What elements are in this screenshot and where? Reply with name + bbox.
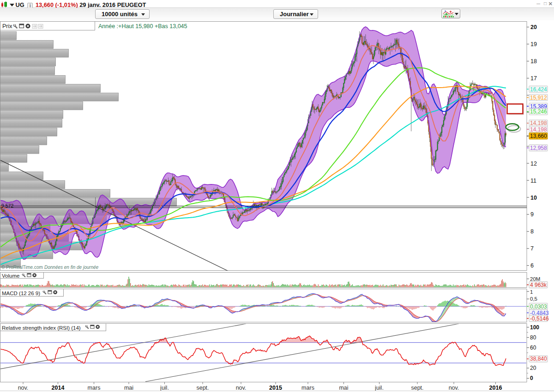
svg-text:nov.: nov. xyxy=(236,385,247,391)
svg-text:0,5: 0,5 xyxy=(530,296,537,302)
svg-text:mars: mars xyxy=(301,385,314,391)
svg-text:0,0303: 0,0303 xyxy=(530,303,547,310)
svg-text:Relative strength index (RSI): Relative strength index (RSI) (14) xyxy=(2,325,81,331)
svg-text:-0,5146: -0,5146 xyxy=(530,315,549,322)
svg-text:80: 80 xyxy=(530,334,536,341)
svg-text:60: 60 xyxy=(530,344,536,351)
svg-text:12,958: 12,958 xyxy=(530,145,547,151)
svg-text:mai: mai xyxy=(124,385,133,391)
svg-text:MACD (12 26 9): MACD (12 26 9) xyxy=(2,291,40,296)
svg-text:100: 100 xyxy=(530,324,539,331)
svg-text:17: 17 xyxy=(530,75,537,82)
svg-text:10: 10 xyxy=(530,195,537,201)
svg-text:1: 1 xyxy=(530,289,533,295)
svg-text:16,424: 16,424 xyxy=(530,86,547,93)
svg-text:13,660: 13,660 xyxy=(530,133,547,139)
svg-text:14,198: 14,198 xyxy=(530,126,547,133)
svg-text:20M: 20M xyxy=(530,276,540,282)
svg-text:nov.: nov. xyxy=(18,385,29,391)
svg-text:Données en fin de journée: Données en fin de journée xyxy=(44,265,99,270)
svg-text:mars: mars xyxy=(88,385,101,391)
svg-text:2015: 2015 xyxy=(269,385,282,391)
svg-text:2014: 2014 xyxy=(52,385,65,391)
svg-text:mai: mai xyxy=(339,385,348,391)
svg-text:9: 9 xyxy=(530,211,534,218)
svg-text:Année :+Haut 15,980 +Bas 13,04: Année :+Haut 15,980 +Bas 13,045 xyxy=(98,23,187,30)
svg-text:14,198: 14,198 xyxy=(530,120,547,126)
svg-text:© ProRealTime.com: © ProRealTime.com xyxy=(1,265,43,270)
svg-text:20: 20 xyxy=(530,24,537,30)
svg-text:juil.: juil. xyxy=(374,385,384,391)
svg-text:15,912: 15,912 xyxy=(530,95,547,101)
svg-text:Volume: Volume xyxy=(2,273,19,279)
svg-text:sept.: sept. xyxy=(411,385,423,391)
svg-text:7: 7 xyxy=(530,245,534,252)
svg-text:8: 8 xyxy=(530,228,534,235)
svg-text:Prix: Prix xyxy=(2,23,12,30)
svg-text:0: 0 xyxy=(530,375,533,381)
svg-text:19: 19 xyxy=(530,41,537,48)
svg-text:sept.: sept. xyxy=(196,385,209,391)
svg-text:11: 11 xyxy=(530,178,536,184)
svg-text:20: 20 xyxy=(530,365,536,371)
svg-text:6: 6 xyxy=(530,262,534,269)
svg-text:12: 12 xyxy=(530,160,537,167)
svg-text:38,840: 38,840 xyxy=(530,356,547,362)
svg-text:nov.: nov. xyxy=(449,385,459,391)
svg-text:juil.: juil. xyxy=(160,385,169,391)
svg-text:9,572: 9,572 xyxy=(1,203,13,208)
svg-text:4 963k: 4 963k xyxy=(530,282,547,288)
svg-text:2016: 2016 xyxy=(489,385,502,391)
svg-text:15,246: 15,246 xyxy=(530,108,547,115)
svg-text:18: 18 xyxy=(530,58,537,65)
